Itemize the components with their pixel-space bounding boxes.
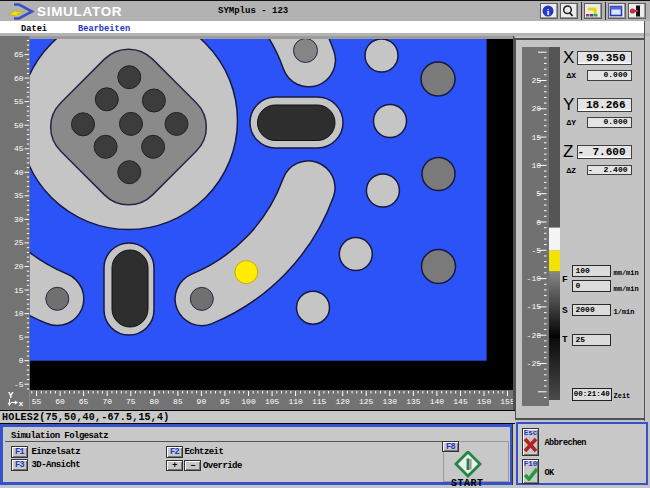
svg-text:105: 105 bbox=[265, 397, 280, 406]
svg-text:65: 65 bbox=[14, 50, 24, 59]
svg-text:140: 140 bbox=[430, 397, 445, 406]
svg-text:40: 40 bbox=[14, 168, 24, 177]
svg-text:x: x bbox=[19, 399, 24, 408]
svg-text:90: 90 bbox=[197, 397, 207, 406]
svg-text:0: 0 bbox=[536, 218, 541, 227]
svg-text:-5: -5 bbox=[14, 380, 24, 389]
svg-text:0: 0 bbox=[19, 356, 24, 365]
svg-text:10: 10 bbox=[531, 161, 541, 170]
svg-text:150: 150 bbox=[477, 397, 492, 406]
svg-text:100: 100 bbox=[241, 397, 256, 406]
svg-text:50: 50 bbox=[14, 121, 24, 130]
svg-text:45: 45 bbox=[14, 144, 24, 153]
svg-text:55: 55 bbox=[14, 97, 24, 106]
svg-text:120: 120 bbox=[335, 397, 350, 406]
svg-text:15: 15 bbox=[14, 286, 24, 295]
svg-text:65: 65 bbox=[79, 397, 89, 406]
svg-text:85: 85 bbox=[173, 397, 183, 406]
svg-text:110: 110 bbox=[288, 397, 303, 406]
svg-text:115: 115 bbox=[312, 397, 327, 406]
svg-text:20: 20 bbox=[531, 104, 541, 113]
svg-text:145: 145 bbox=[453, 397, 468, 406]
svg-text:55: 55 bbox=[32, 397, 42, 406]
svg-text:20: 20 bbox=[14, 262, 24, 271]
svg-text:5: 5 bbox=[536, 189, 541, 198]
svg-text:5: 5 bbox=[19, 333, 24, 342]
svg-text:30: 30 bbox=[14, 215, 24, 224]
svg-text:125: 125 bbox=[359, 397, 374, 406]
svg-text:-5: -5 bbox=[531, 246, 541, 255]
svg-text:60: 60 bbox=[55, 397, 65, 406]
svg-text:Y: Y bbox=[8, 391, 14, 401]
svg-text:35: 35 bbox=[14, 191, 24, 200]
svg-text:80: 80 bbox=[149, 397, 159, 406]
svg-text:-25: -25 bbox=[527, 359, 542, 368]
svg-text:25: 25 bbox=[14, 238, 24, 247]
svg-text:60: 60 bbox=[14, 74, 24, 83]
svg-text:135: 135 bbox=[406, 397, 421, 406]
svg-text:25: 25 bbox=[531, 76, 541, 85]
svg-text:95: 95 bbox=[220, 397, 230, 406]
svg-text:-10: -10 bbox=[527, 274, 542, 283]
svg-text:-20: -20 bbox=[527, 331, 542, 340]
svg-text:155: 155 bbox=[500, 397, 515, 406]
svg-text:70: 70 bbox=[102, 397, 112, 406]
svg-text:-15: -15 bbox=[527, 302, 542, 311]
svg-text:75: 75 bbox=[126, 397, 136, 406]
svg-text:15: 15 bbox=[531, 133, 541, 142]
svg-text:130: 130 bbox=[383, 397, 398, 406]
svg-text:10: 10 bbox=[14, 309, 24, 318]
